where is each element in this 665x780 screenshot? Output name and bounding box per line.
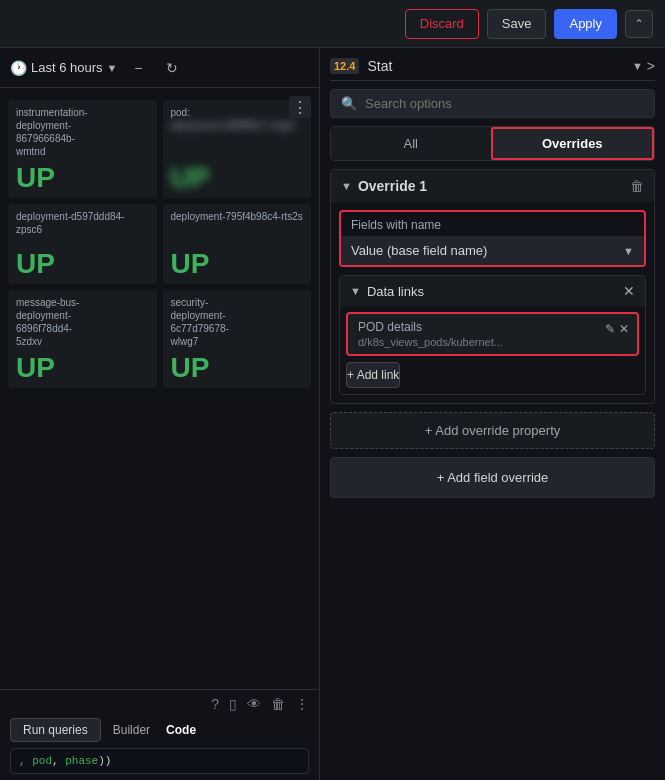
- data-link-name: POD details: [358, 320, 627, 334]
- fields-with-name-section: Fields with name Value (base field name)…: [339, 210, 646, 267]
- time-range-label: Last 6 hours: [31, 60, 103, 75]
- tab-builder[interactable]: Builder: [109, 721, 154, 739]
- fields-dropdown[interactable]: Value (base field name) ▼: [341, 236, 644, 265]
- override-delete-icon[interactable]: 🗑: [630, 178, 644, 194]
- option-tabs: All Overrides: [330, 126, 655, 161]
- pod-name-4: deployment-795f4b98c4-rts2s: [171, 210, 304, 223]
- more-options-button[interactable]: ⋮: [289, 96, 311, 118]
- override-1-section: ▼ Override 1 🗑 Fields with name Value (b…: [330, 169, 655, 404]
- data-links-header: ▼ Data links ✕: [340, 276, 645, 306]
- left-panel: 🕐 Last 6 hours ▼ − ↻ ⋮ instrumentation-d…: [0, 48, 320, 780]
- pod-name-6: security-deployment-6c77d79678-wlwg7: [171, 296, 304, 348]
- fields-dropdown-arrow-icon: ▼: [623, 245, 634, 257]
- apply-button[interactable]: Apply: [554, 9, 617, 39]
- fields-value: Value (base field name): [351, 243, 487, 258]
- eye-icon[interactable]: 👁: [247, 696, 261, 712]
- override-1-title: Override 1: [358, 178, 624, 194]
- pod-cell-1: instrumentation-deployment-867966684b-wm…: [8, 100, 157, 198]
- trash-icon[interactable]: 🗑: [271, 696, 285, 712]
- fields-label: Fields with name: [341, 212, 644, 236]
- tab-code[interactable]: Code: [162, 721, 200, 739]
- stat-next-arrow[interactable]: >: [647, 58, 655, 74]
- stat-header: 12.4 Stat ▼ >: [330, 58, 655, 81]
- pod-name-5: message-bus-deployment-6896f78dd4-5zdxv: [16, 296, 149, 348]
- search-input[interactable]: [365, 96, 644, 111]
- pod-name-3: deployment-d597ddd84-zpsc6: [16, 210, 149, 236]
- stat-version-badge: 12.4: [330, 58, 359, 74]
- add-link-button[interactable]: + Add link: [346, 362, 400, 388]
- override-chevron-icon[interactable]: ▼: [341, 180, 352, 192]
- tab-all[interactable]: All: [331, 127, 491, 160]
- discard-button[interactable]: Discard: [405, 9, 479, 39]
- pod-value-1: UP: [16, 164, 149, 192]
- tab-overrides[interactable]: Overrides: [491, 127, 655, 160]
- data-link-actions: ✎ ✕: [605, 322, 629, 336]
- top-bar: Discard Save Apply ⌃: [0, 0, 665, 48]
- data-link-remove-icon[interactable]: ✕: [619, 322, 629, 336]
- stat-dropdown-arrow[interactable]: ▼: [632, 60, 643, 72]
- pod-cell-6: security-deployment-6c77d79678-wlwg7 UP: [163, 290, 312, 388]
- query-tabs-row: Run queries Builder Code: [10, 718, 309, 742]
- collapse-button[interactable]: ⌃: [625, 10, 653, 38]
- pods-grid: instrumentation-deployment-867966684b-wm…: [8, 96, 311, 388]
- pod-name-2: pod:deployment-df8ff98c7-c4gnf: [171, 106, 304, 132]
- data-links-close-icon[interactable]: ✕: [623, 283, 635, 299]
- pod-value-2: UP: [171, 164, 304, 192]
- query-code-area: , pod, phase)): [10, 748, 309, 774]
- pod-value-4: UP: [171, 250, 304, 278]
- pod-value-3: UP: [16, 250, 149, 278]
- add-field-override-button[interactable]: + Add field override: [330, 457, 655, 498]
- save-button[interactable]: Save: [487, 9, 547, 39]
- pod-cell-4: deployment-795f4b98c4-rts2s UP: [163, 204, 312, 284]
- query-kw-phase: phase: [65, 755, 98, 767]
- run-queries-button[interactable]: Run queries: [10, 718, 101, 742]
- time-dropdown-arrow: ▼: [107, 62, 118, 74]
- override-1-header: ▼ Override 1 🗑: [331, 170, 654, 202]
- right-panel: 12.4 Stat ▼ > 🔍 All Overrides ▼ Override…: [320, 48, 665, 780]
- search-icon: 🔍: [341, 96, 357, 111]
- pods-grid-area: ⋮ instrumentation-deployment-867966684b-…: [0, 88, 319, 689]
- pod-value-6: UP: [171, 354, 304, 382]
- stat-label: Stat: [363, 58, 628, 74]
- search-box: 🔍: [330, 89, 655, 118]
- pod-cell-5: message-bus-deployment-6896f78dd4-5zdxv …: [8, 290, 157, 388]
- time-bar: 🕐 Last 6 hours ▼ − ↻: [0, 48, 319, 88]
- data-links-section: ▼ Data links ✕ POD details d/k8s_views_p…: [339, 275, 646, 395]
- time-range-selector[interactable]: 🕐 Last 6 hours ▼: [10, 60, 117, 76]
- zoom-out-button[interactable]: −: [125, 55, 151, 81]
- query-suffix: )): [98, 755, 111, 767]
- query-separator: ,: [52, 755, 65, 767]
- data-links-chevron-icon[interactable]: ▼: [350, 285, 361, 297]
- clock-icon: 🕐: [10, 60, 27, 76]
- pod-cell-3: deployment-d597ddd84-zpsc6 UP: [8, 204, 157, 284]
- bottom-icons-row: ? ▯ 👁 🗑 ⋮: [10, 696, 309, 712]
- pod-value-5: UP: [16, 354, 149, 382]
- copy-icon[interactable]: ▯: [229, 696, 237, 712]
- pod-name-1: instrumentation-deployment-867966684b-wm…: [16, 106, 149, 158]
- data-link-edit-icon[interactable]: ✎: [605, 322, 615, 336]
- main-layout: 🕐 Last 6 hours ▼ − ↻ ⋮ instrumentation-d…: [0, 48, 665, 780]
- data-link-item-1: POD details d/k8s_views_pods/kubernet...…: [346, 312, 639, 356]
- refresh-button[interactable]: ↻: [159, 55, 185, 81]
- data-link-url: d/k8s_views_pods/kubernet...: [358, 336, 627, 348]
- help-icon[interactable]: ?: [211, 696, 219, 712]
- more-dots-icon[interactable]: ⋮: [295, 696, 309, 712]
- query-kw-pod: , pod: [19, 755, 52, 767]
- add-override-property-button[interactable]: + Add override property: [330, 412, 655, 449]
- data-links-title: Data links: [367, 284, 617, 299]
- bottom-bar: ? ▯ 👁 🗑 ⋮ Run queries Builder Code , pod…: [0, 689, 319, 780]
